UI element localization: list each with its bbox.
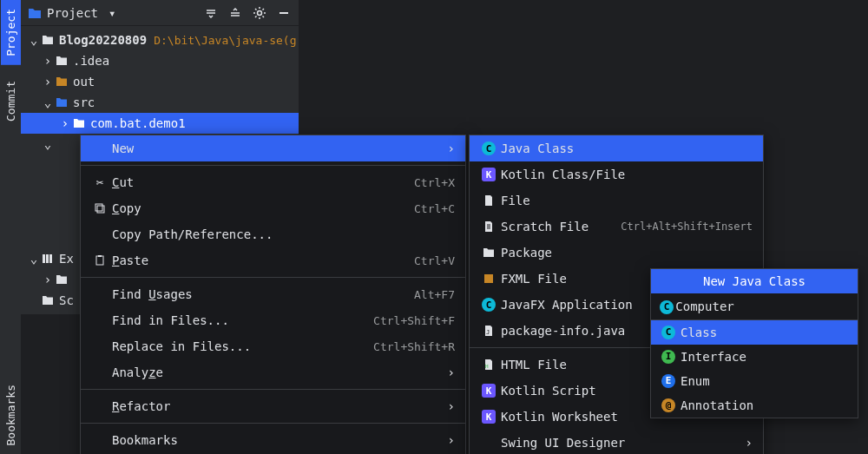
module-icon xyxy=(40,35,56,45)
option-interface[interactable]: I Interface xyxy=(651,345,858,369)
chevron-down-icon: ⌄ xyxy=(28,33,40,47)
menu-label: Refactor xyxy=(108,399,448,413)
chevron-right-icon: › xyxy=(42,54,54,68)
option-enum[interactable]: E Enum xyxy=(651,369,858,393)
package-icon xyxy=(71,118,87,128)
option-class[interactable]: C Class xyxy=(651,320,858,345)
chevron-right-icon: › xyxy=(448,365,455,379)
menu-label: Copy xyxy=(108,201,414,215)
tree-row-root[interactable]: ⌄ Blog20220809 D:\bit\Java\java-se(g xyxy=(21,30,299,50)
tree-row-out[interactable]: › out xyxy=(21,71,299,92)
svg-rect-2 xyxy=(46,254,49,263)
menu-shortcut: Ctrl+Shift+F xyxy=(373,314,455,327)
menu-item-analyze[interactable]: Analyze › xyxy=(81,359,465,385)
menu-item-refactor[interactable]: Refactor › xyxy=(81,393,465,419)
menu-shortcut: Alt+F7 xyxy=(414,288,455,301)
svg-rect-4 xyxy=(95,204,102,211)
menu-label: Scratch File xyxy=(497,220,621,234)
menu-item-kotlin-class[interactable]: K Kotlin Class/File xyxy=(470,161,763,188)
popup-options: C Class I Interface E Enum @ Annotation xyxy=(651,320,858,418)
class-icon: C xyxy=(480,141,497,155)
sidebar-tab-bookmarks[interactable]: Bookmarks xyxy=(1,376,21,454)
chevron-right-icon: › xyxy=(448,433,455,447)
package-icon xyxy=(480,247,497,258)
menu-label: Package xyxy=(497,246,753,260)
option-label: Enum xyxy=(677,374,849,388)
menu-item-new[interactable]: New › xyxy=(81,135,465,161)
chevron-right-icon: › xyxy=(746,436,753,450)
menu-item-java-class[interactable]: C Java Class xyxy=(470,135,763,161)
option-label: Interface xyxy=(677,350,849,364)
chevron-right-icon: › xyxy=(42,273,54,286)
tree-row-idea[interactable]: › .idea xyxy=(21,50,299,71)
project-header: Project ▾ xyxy=(21,0,299,26)
chevron-down-icon: ⌄ xyxy=(42,95,54,109)
scratch-folder-icon xyxy=(40,295,56,306)
menu-label: Replace in Files... xyxy=(108,339,373,353)
class-name-input[interactable] xyxy=(675,299,849,313)
menu-shortcut: Ctrl+Shift+R xyxy=(373,340,455,353)
menu-label: Java Class xyxy=(497,141,753,155)
chevron-right-icon: › xyxy=(448,141,455,155)
menu-label: Kotlin Class/File xyxy=(497,168,753,181)
tree-label: src xyxy=(73,95,95,109)
gear-icon[interactable] xyxy=(252,5,267,21)
java-file-icon: J xyxy=(480,325,497,337)
html-icon: H xyxy=(480,359,497,371)
popup-input-row: C xyxy=(651,293,858,320)
menu-item-replace-in-files[interactable]: Replace in Files... Ctrl+Shift+R xyxy=(81,333,465,359)
menu-item-paste[interactable]: Paste Ctrl+V xyxy=(81,247,465,273)
interface-icon: I xyxy=(660,350,677,364)
menu-label: New xyxy=(108,141,448,155)
project-title[interactable]: Project ▾ xyxy=(28,6,115,20)
menu-label: Analyze xyxy=(108,365,448,379)
tree-row-package[interactable]: › com.bat.demo1 xyxy=(21,113,299,134)
file-icon xyxy=(480,194,497,207)
sidebar-tab-project[interactable]: Project xyxy=(1,0,21,65)
copy-icon xyxy=(91,202,108,214)
minimize-icon[interactable] xyxy=(276,5,292,21)
menu-item-copy[interactable]: Copy Ctrl+C xyxy=(81,195,465,221)
folder-icon xyxy=(54,56,69,66)
menu-item-swing[interactable]: Swing UI Designer › xyxy=(470,430,763,454)
menu-item-find-in-files[interactable]: Find in Files... Ctrl+Shift+F xyxy=(81,307,465,333)
menu-item-file[interactable]: File xyxy=(470,188,763,214)
svg-rect-8 xyxy=(484,274,493,283)
clipboard-icon xyxy=(91,254,108,266)
scissors-icon: ✂ xyxy=(91,175,108,189)
menu-item-scratch[interactable]: Scratch File Ctrl+Alt+Shift+Insert xyxy=(470,214,763,240)
menu-separator xyxy=(81,277,465,278)
folder-icon xyxy=(54,97,69,108)
tree-label: Ex xyxy=(59,252,74,266)
menu-separator xyxy=(81,389,465,390)
menu-shortcut: Ctrl+X xyxy=(414,176,455,189)
option-annotation[interactable]: @ Annotation xyxy=(651,393,858,418)
svg-rect-1 xyxy=(43,254,45,263)
menu-item-bookmarks[interactable]: Bookmarks › xyxy=(81,427,465,453)
scratch-icon xyxy=(480,220,497,233)
select-opened-icon[interactable] xyxy=(203,5,219,21)
expand-all-icon[interactable] xyxy=(227,5,243,21)
class-icon: C xyxy=(660,326,677,339)
menu-label: Swing UI Designer xyxy=(497,436,746,450)
menu-item-copy-path[interactable]: Copy Path/Reference... xyxy=(81,221,465,247)
new-java-class-popup: New Java Class C C Class I Interface E E… xyxy=(650,268,858,418)
svg-rect-5 xyxy=(97,206,104,213)
menu-label: Find Usages xyxy=(108,287,414,301)
enum-icon: E xyxy=(660,374,677,388)
sidebar-tab-commit[interactable]: Commit xyxy=(1,72,21,130)
tree-row-src[interactable]: ⌄ src xyxy=(21,92,299,113)
popup-title: New Java Class xyxy=(651,269,858,293)
menu-label: Bookmarks xyxy=(108,433,448,447)
kotlin-icon: K xyxy=(480,168,497,181)
menu-label: Find in Files... xyxy=(108,313,373,327)
folder-icon xyxy=(54,274,69,285)
chevron-down-icon: ⌄ xyxy=(28,252,40,266)
menu-item-package[interactable]: Package xyxy=(470,240,763,266)
sidebar-vertical: Project Commit Bookmarks xyxy=(0,0,21,454)
class-icon: C xyxy=(480,298,497,312)
menu-shortcut: Ctrl+Alt+Shift+Insert xyxy=(621,220,753,233)
menu-item-cut[interactable]: ✂ Cut Ctrl+X xyxy=(81,169,465,195)
class-icon: C xyxy=(660,299,675,314)
menu-item-find-usages[interactable]: Find Usages Alt+F7 xyxy=(81,281,465,307)
